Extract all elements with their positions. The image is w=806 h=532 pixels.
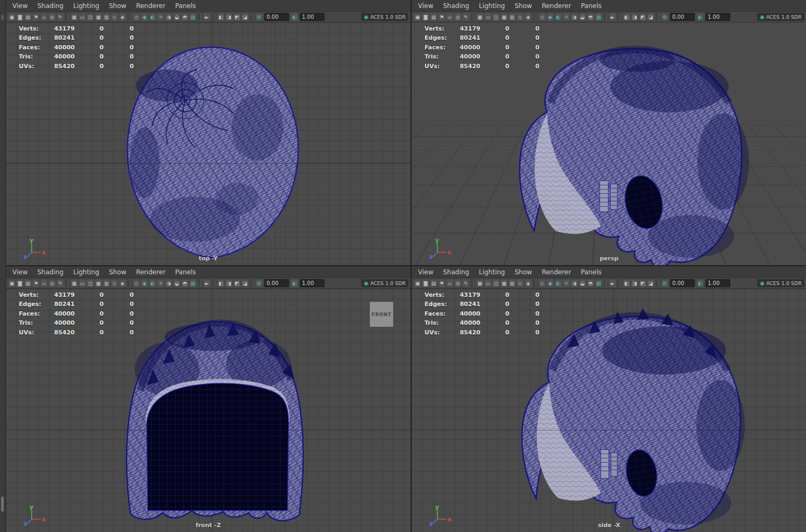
wireframe-icon[interactable]: ◇ [538,13,546,21]
bookmark-icon[interactable]: ⚑ [438,279,445,287]
gamma-icon[interactable]: ◐ [696,13,704,21]
exposure-field[interactable]: 0.00 [670,279,695,287]
isolate-select-icon[interactable]: ► [203,279,211,287]
wire-on-shaded-icon[interactable]: ◪ [647,279,654,287]
camera-lock-icon[interactable]: ◙ [16,279,24,287]
camera-lock-icon[interactable]: ◙ [16,13,24,21]
camera-select-icon[interactable]: ▣ [8,279,16,287]
isolate-select-icon[interactable]: ► [203,13,211,21]
camera-lock-icon[interactable]: ◙ [422,13,429,21]
anti-alias-icon[interactable]: ▨ [595,279,602,287]
ambient-occlusion-icon[interactable]: ◒ [579,279,586,287]
display-settings-icon[interactable]: ⚙ [661,279,668,287]
lights-icon[interactable]: ☀ [157,13,164,21]
pan-zoom-icon[interactable]: ◎ [454,13,462,21]
gamma-field[interactable]: 1.00 [706,279,730,287]
menu-shading[interactable]: Shading [443,268,469,276]
xray-joints-icon[interactable]: ◨ [631,13,638,21]
view-transform-chip[interactable]: ◉ ACES 1.0 SDR [361,279,408,287]
film-gate-icon[interactable]: ▭ [484,279,492,287]
shadows-icon[interactable]: ◑ [571,13,578,21]
view-transform-chip[interactable]: ◉ ACES 1.0 SDR [361,13,408,21]
menu-panels[interactable]: Panels [175,2,196,10]
gamma-field[interactable]: 1.00 [706,13,730,21]
pan-zoom-icon[interactable]: ◎ [48,279,56,287]
image-plane-icon[interactable]: ▱ [446,13,454,21]
shaded-icon[interactable]: ◆ [546,13,554,21]
menu-panels[interactable]: Panels [581,2,602,10]
safe-action-icon[interactable]: ◇ [111,279,118,287]
gamma-field[interactable]: 1.00 [300,13,325,21]
camera-attributes-icon[interactable]: ▤ [430,13,437,21]
gate-mask-icon[interactable]: ▩ [95,13,102,21]
textured-icon[interactable]: ◐ [149,279,156,287]
xray-joints-icon[interactable]: ◨ [225,13,233,21]
viewport-canvas-front[interactable]: Verts:4317900Edges:8024100Faces:4000000T… [6,289,411,532]
resolution-gate-icon[interactable]: ◫ [492,279,500,287]
grease-pencil-icon[interactable]: ✎ [56,13,64,21]
gamma-field[interactable]: 1.00 [300,279,325,287]
wireframe-icon[interactable]: ◇ [133,13,140,21]
view-transform-chip[interactable]: ◉ ACES 1.0 SDR [757,279,804,287]
field-chart-icon[interactable]: ▥ [103,279,110,287]
menu-view[interactable]: View [418,2,433,10]
strip-toggle-icon[interactable] [1,15,4,20]
pan-zoom-icon[interactable]: ◎ [454,279,462,287]
image-plane-icon[interactable]: ▱ [40,279,48,287]
film-gate-icon[interactable]: ▭ [78,279,86,287]
menu-lighting[interactable]: Lighting [479,2,505,10]
menu-renderer[interactable]: Renderer [136,268,165,276]
field-chart-icon[interactable]: ▥ [508,279,516,287]
camera-select-icon[interactable]: ▣ [414,279,421,287]
shadows-icon[interactable]: ◑ [165,13,172,21]
shaded-icon[interactable]: ◆ [546,279,554,287]
grid-icon[interactable]: ▦ [476,13,484,21]
view-transform-chip[interactable]: ◉ ACES 1.0 SDR [757,13,804,21]
safe-title-icon[interactable]: ◈ [119,279,126,287]
resolution-gate-icon[interactable]: ◫ [87,279,94,287]
ambient-occlusion-icon[interactable]: ◒ [173,13,181,21]
textured-icon[interactable]: ◐ [555,13,562,21]
backface-culling-icon[interactable]: ◩ [233,279,241,287]
grease-pencil-icon[interactable]: ✎ [56,279,64,287]
lights-icon[interactable]: ☀ [563,13,570,21]
textured-icon[interactable]: ◐ [555,279,562,287]
menu-panels[interactable]: Panels [175,268,196,276]
menu-show[interactable]: Show [515,2,532,10]
menu-shading[interactable]: Shading [37,268,63,276]
lights-icon[interactable]: ☀ [563,279,570,287]
camera-attributes-icon[interactable]: ▤ [24,13,32,21]
grid-icon[interactable]: ▦ [476,279,484,287]
menu-view[interactable]: View [12,268,27,276]
xray-icon[interactable]: ◧ [623,279,630,287]
gate-mask-icon[interactable]: ▩ [500,13,508,21]
film-gate-icon[interactable]: ▭ [484,13,492,21]
bookmark-icon[interactable]: ⚑ [32,13,40,21]
gate-mask-icon[interactable]: ▩ [500,279,508,287]
safe-title-icon[interactable]: ◈ [119,13,126,21]
display-settings-icon[interactable]: ⚙ [255,279,263,287]
anti-alias-icon[interactable]: ▨ [189,279,197,287]
viewport-canvas-side[interactable]: Verts:4317900Edges:8024100Faces:4000000T… [412,289,806,532]
ambient-occlusion-icon[interactable]: ◒ [173,279,181,287]
xray-icon[interactable]: ◧ [623,13,630,21]
menu-lighting[interactable]: Lighting [479,268,505,276]
bookmark-icon[interactable]: ⚑ [438,13,445,21]
shaded-icon[interactable]: ◆ [141,13,148,21]
motion-blur-icon[interactable]: ◓ [181,279,189,287]
menu-lighting[interactable]: Lighting [73,2,99,10]
wire-on-shaded-icon[interactable]: ◪ [241,279,249,287]
camera-attributes-icon[interactable]: ▤ [24,279,32,287]
textured-icon[interactable]: ◐ [149,13,156,21]
ambient-occlusion-icon[interactable]: ◒ [579,13,586,21]
menu-lighting[interactable]: Lighting [73,268,99,276]
field-chart-icon[interactable]: ▥ [103,13,110,21]
field-chart-icon[interactable]: ▥ [508,13,516,21]
safe-action-icon[interactable]: ◇ [516,279,524,287]
xray-joints-icon[interactable]: ◨ [631,279,638,287]
gate-mask-icon[interactable]: ▩ [95,279,102,287]
motion-blur-icon[interactable]: ◓ [587,13,594,21]
menu-panels[interactable]: Panels [581,268,602,276]
wire-on-shaded-icon[interactable]: ◪ [241,13,249,21]
resolution-gate-icon[interactable]: ◫ [492,13,500,21]
